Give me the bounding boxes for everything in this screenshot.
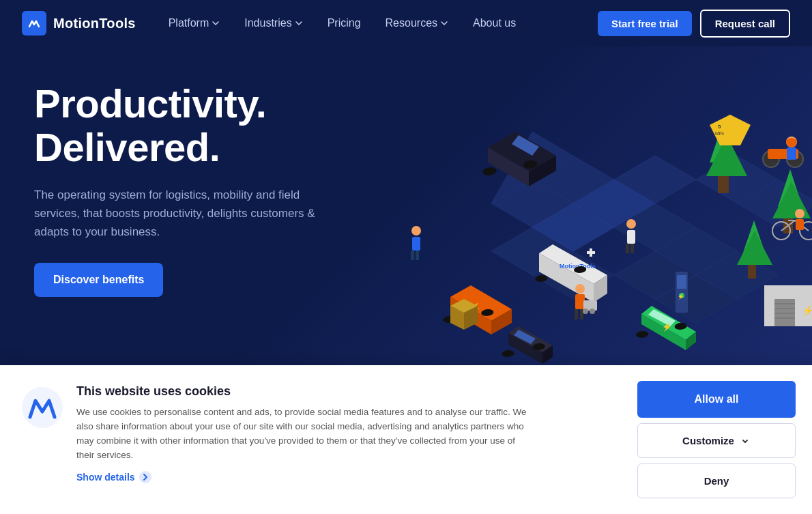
isometric-scene: ⚡ MotionTools <box>334 46 812 365</box>
svg-rect-74 <box>627 230 635 244</box>
nav-item-about-us[interactable]: About us <box>473 17 516 29</box>
svg-marker-33 <box>737 231 772 265</box>
svg-rect-28 <box>718 176 729 193</box>
logo-text: MotionTools <box>53 16 136 31</box>
svg-text:5: 5 <box>718 124 721 130</box>
customize-chevron-icon <box>740 436 751 446</box>
nav-item-pricing[interactable]: Pricing <box>328 17 361 29</box>
cookie-actions: Allow all Customize Deny <box>621 365 812 514</box>
svg-rect-75 <box>626 244 629 253</box>
show-details-link[interactable]: Show details <box>76 471 599 483</box>
request-call-button[interactable]: Request call <box>700 10 790 38</box>
svg-rect-79 <box>575 309 578 319</box>
nav-item-industries[interactable]: Industries <box>244 17 302 29</box>
start-trial-button[interactable]: Start free trial <box>598 11 692 36</box>
svg-point-24 <box>482 167 497 175</box>
svg-rect-76 <box>630 244 634 253</box>
svg-point-110 <box>22 387 63 428</box>
hero-illustration: ⚡ MotionTools <box>334 46 812 365</box>
svg-rect-104 <box>774 299 795 326</box>
cookie-logo-icon <box>22 387 63 428</box>
svg-rect-94 <box>787 147 796 160</box>
svg-point-53 <box>501 350 514 357</box>
logo[interactable]: MotionTools <box>22 11 136 35</box>
cookie-banner: This website uses cookies We use cookies… <box>0 365 812 514</box>
customize-button[interactable]: Customize <box>637 423 796 458</box>
svg-rect-63 <box>677 275 686 289</box>
svg-marker-66 <box>710 115 751 145</box>
navbar: MotionTools Platform Industries Pricing … <box>0 0 812 46</box>
nav-links: Platform Industries Pricing Resources Ab… <box>169 17 598 29</box>
svg-rect-72 <box>416 251 419 260</box>
svg-marker-23 <box>498 142 539 156</box>
allow-all-button[interactable]: Allow all <box>637 381 796 418</box>
nav-item-platform[interactable]: Platform <box>169 17 220 29</box>
svg-text:MIN: MIN <box>715 131 724 136</box>
svg-point-83 <box>590 309 595 314</box>
chevron-right-icon <box>139 471 151 483</box>
cookie-text-area: This website uses cookies We use cookies… <box>76 384 599 483</box>
svg-rect-71 <box>411 251 414 260</box>
nav-item-resources[interactable]: Resources <box>386 17 448 29</box>
logo-icon <box>22 11 46 35</box>
svg-point-77 <box>575 284 585 294</box>
svg-text:⚡: ⚡ <box>678 293 684 300</box>
svg-rect-101 <box>796 219 804 230</box>
svg-text:⚡: ⚡ <box>802 305 812 317</box>
chevron-down-icon <box>295 19 303 27</box>
svg-point-69 <box>411 226 421 235</box>
svg-rect-46 <box>590 248 592 257</box>
nav-actions: Start free trial Request call <box>598 10 790 38</box>
discover-benefits-button[interactable]: Discover benefits <box>34 263 163 297</box>
cookie-description: We use cookies to personalise content an… <box>76 405 527 463</box>
hero-section: ⚡ MotionTools <box>0 0 812 365</box>
deny-button[interactable]: Deny <box>637 463 796 498</box>
svg-point-82 <box>583 309 588 314</box>
svg-point-73 <box>626 219 636 229</box>
svg-text:⚡: ⚡ <box>662 322 672 332</box>
chevron-down-icon <box>440 19 448 27</box>
svg-rect-78 <box>575 294 585 309</box>
hero-subtitle: The operating system for logistics, mobi… <box>34 186 328 242</box>
hero-content: Productivity. Delivered. The operating s… <box>34 82 328 297</box>
cookie-content: This website uses cookies We use cookies… <box>0 365 621 514</box>
chevron-down-icon <box>212 19 220 27</box>
hero-title: Productivity. Delivered. <box>34 82 328 169</box>
svg-point-111 <box>139 471 151 483</box>
cookie-title: This website uses cookies <box>76 384 599 399</box>
svg-point-59 <box>635 331 649 338</box>
svg-point-100 <box>795 209 804 218</box>
svg-rect-34 <box>748 265 756 279</box>
svg-rect-70 <box>412 237 420 251</box>
